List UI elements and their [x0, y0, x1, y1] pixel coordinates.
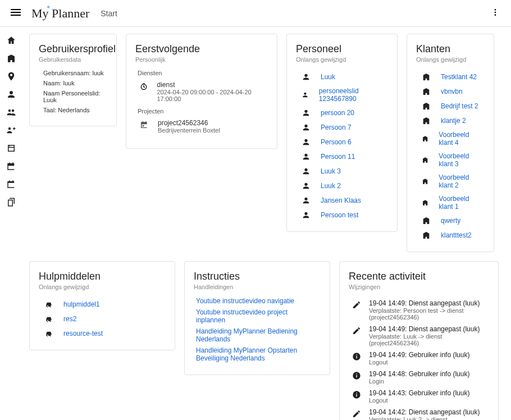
list-item: Bedrijf test 2 — [416, 99, 485, 113]
card-subtitle: Onlangs gewijzigd — [416, 56, 485, 63]
more-menu-button[interactable] — [489, 6, 502, 21]
card-title: Recente activiteit — [349, 271, 489, 282]
car-icon — [44, 300, 53, 309]
activity-title: 19-04 14:49: Dienst aangepast (luuk) — [369, 325, 486, 333]
card-title: Hulpmiddelen — [39, 271, 166, 282]
info-icon — [352, 371, 361, 380]
building-icon — [422, 116, 431, 125]
activity-row: 19-04 14:48: Gebruiker info (luuk)Login — [349, 368, 489, 387]
link[interactable]: hulpmiddel1 — [63, 300, 100, 308]
instruction-link[interactable]: Handleiding MyPlanner Opstarten Beveilig… — [196, 346, 318, 362]
project-location: Bedrijventerrein Boxtel — [158, 127, 220, 134]
topbar: ✦My Planner Start — [0, 0, 511, 27]
nav-day[interactable] — [0, 175, 22, 193]
instruction-link[interactable]: Youtube instructievideo navigatie — [196, 297, 318, 305]
profile-row: Naam: luuk — [43, 80, 107, 86]
activity-title: 19-04 14:49: Gebruiker info (luuk) — [369, 351, 469, 359]
link[interactable]: Persoon 6 — [321, 138, 352, 146]
building-icon — [422, 156, 428, 165]
dienst-row: dienst 2024-04-20 09:00:00 - 2024-04-20 … — [139, 81, 268, 102]
list-item: Persoon 11 — [296, 149, 388, 164]
list-item: Testklant 42 — [416, 70, 485, 84]
list-item: Jansen Klaas — [296, 193, 388, 208]
menu-button[interactable] — [9, 6, 22, 21]
nav-groups[interactable] — [0, 103, 22, 121]
link[interactable]: klantttest2 — [441, 231, 472, 239]
edit-icon — [352, 409, 361, 418]
person-icon — [302, 167, 311, 176]
list-item: Persoon test — [296, 208, 388, 222]
project-row: project24562346 Bedrijventerrein Boxtel — [139, 119, 268, 134]
link[interactable]: Persoon 7 — [321, 124, 352, 131]
card-profile: Gebruikersprofiel Gebruikersdata Gebruik… — [29, 34, 117, 126]
nav-calendar[interactable] — [0, 157, 22, 175]
activity-row: 19-04 14:49: Gebruiker info (luuk)Logout — [349, 349, 489, 368]
card-title: Klanten — [416, 43, 485, 55]
activity-title: 19-04 14:42: Dienst aangepast (luuk) — [369, 408, 486, 416]
nav-person[interactable] — [0, 85, 22, 103]
person-icon — [302, 138, 311, 147]
link[interactable]: klantje 2 — [441, 117, 466, 125]
person-icon — [302, 211, 311, 220]
list-item: Voorbeeld klant 2 — [416, 171, 485, 192]
activity-row: 19-04 14:43: Gebruiker info (luuk)Logout — [349, 387, 489, 406]
nav-company[interactable] — [0, 49, 22, 67]
list-item: Luuk 3 — [296, 164, 388, 179]
card-subtitle: Gebruikersdata — [39, 56, 107, 63]
main-content: Gebruikersprofiel Gebruikersdata Gebruik… — [22, 27, 511, 420]
link[interactable]: Persoon test — [321, 211, 358, 219]
card-resources: Hulpmiddelen Onlangs gewijzigd hulpmidde… — [29, 261, 175, 350]
card-activity: Recente activiteit Wijzigingen 19-04 14:… — [339, 261, 499, 420]
link[interactable]: Testklant 42 — [441, 73, 477, 81]
list-item: qwerty — [416, 213, 485, 228]
list-item: vbnvbn — [416, 84, 485, 99]
nav-home[interactable] — [0, 31, 22, 49]
building-icon — [422, 134, 428, 143]
link[interactable]: Bedrijf test 2 — [441, 102, 478, 110]
link[interactable]: Luuk — [321, 73, 335, 81]
link[interactable]: Voorbeeld klant 3 — [439, 152, 479, 168]
card-title: Instructies — [194, 271, 321, 282]
activity-detail: Logout — [369, 397, 469, 404]
link[interactable]: personeelslid 1234567890 — [319, 87, 382, 103]
page-title: Start — [101, 9, 117, 18]
link[interactable]: Voorbeeld klant 4 — [439, 131, 479, 147]
card-subtitle: Persoonlijk — [135, 56, 268, 63]
dienst-name: dienst — [157, 81, 268, 89]
section-projecten: Projecten — [138, 108, 268, 115]
card-clients: Klanten Onlangs gewijzigd Testklant 42vb… — [407, 34, 494, 252]
link[interactable]: Jansen Klaas — [321, 197, 361, 204]
building-icon — [422, 102, 431, 111]
link[interactable]: Voorbeeld klant 2 — [439, 174, 479, 189]
person-icon — [302, 196, 311, 205]
link[interactable]: resource-test — [63, 330, 103, 337]
edit-icon — [352, 326, 361, 335]
link[interactable]: Luuk 2 — [321, 182, 341, 190]
car-icon — [44, 329, 53, 338]
activity-row: 19-04 14:42: Dienst aangepast (luuk)Verp… — [349, 406, 489, 420]
edit-icon — [352, 300, 361, 309]
instruction-link[interactable]: Handleiding MyPlanner Bediening Nederlan… — [196, 327, 318, 343]
building-icon — [422, 198, 428, 207]
card-subtitle: Onlangs gewijzigd — [39, 284, 166, 290]
activity-detail: Verplaatste: Persoon test -> dienst (pro… — [369, 307, 486, 321]
nav-locations[interactable] — [0, 67, 22, 85]
nav-contacts[interactable] — [0, 139, 22, 157]
link[interactable]: persoon 20 — [321, 109, 354, 117]
nav-group-add[interactable] — [0, 121, 22, 139]
list-item: klantttest2 — [416, 228, 485, 243]
nav-copy[interactable] — [0, 193, 22, 211]
instruction-link[interactable]: Youtube instructievideo project inplanne… — [196, 308, 318, 324]
link[interactable]: res2 — [63, 315, 76, 323]
link[interactable]: Persoon 11 — [321, 153, 355, 161]
list-item: Luuk 2 — [296, 179, 388, 193]
link[interactable]: Voorbeeld klant 1 — [439, 195, 479, 211]
card-subtitle: Handleidingen — [194, 284, 321, 290]
link[interactable]: vbnvbn — [441, 88, 463, 95]
profile-row: Naam Personeelslid: Luuk — [43, 90, 107, 103]
person-icon — [302, 152, 311, 161]
link[interactable]: qwerty — [441, 217, 460, 225]
list-item: klantje 2 — [416, 113, 485, 128]
link[interactable]: Luuk 3 — [321, 167, 341, 175]
app-logo: ✦My Planner — [31, 6, 89, 21]
